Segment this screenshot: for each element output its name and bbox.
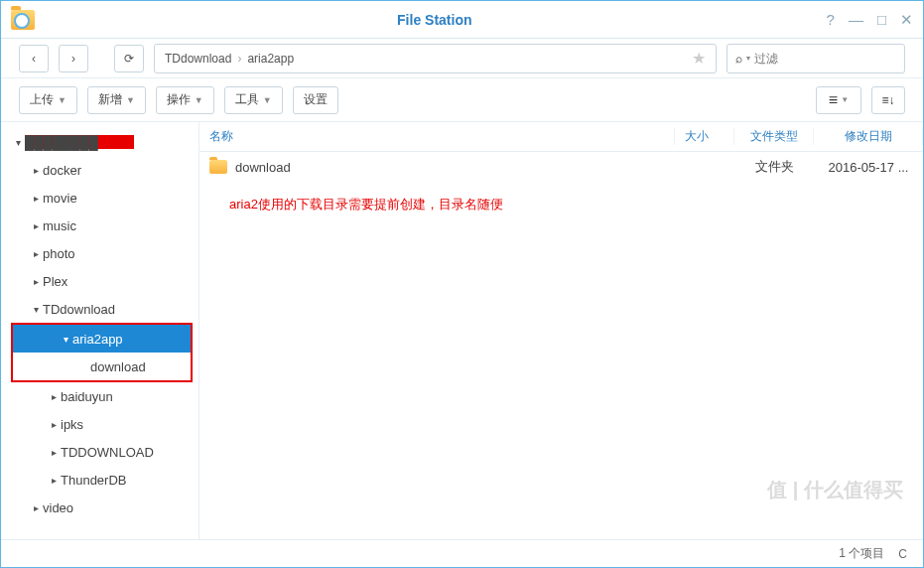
tree-item-label: download <box>90 359 146 374</box>
tree-item-label: movie <box>43 191 77 206</box>
status-bar: 1 个项目 C <box>1 539 923 567</box>
expand-icon[interactable]: ▸ <box>47 419 61 430</box>
breadcrumb-separator: › <box>237 52 241 66</box>
tool-button[interactable]: 工具▼ <box>224 86 283 114</box>
tree-item-label: Plex <box>43 274 67 289</box>
maximize-button[interactable]: □ <box>877 11 886 29</box>
tree-item-label: docker <box>43 163 81 178</box>
chevron-down-icon: ▼ <box>195 95 203 105</box>
chevron-down-icon: ▼ <box>841 95 849 104</box>
tree-item-aria2app[interactable]: ▾aria2app <box>13 325 191 353</box>
sort-button[interactable]: ≡↓ <box>871 86 905 114</box>
filter-input[interactable] <box>754 52 903 66</box>
expand-icon[interactable]: ▸ <box>29 502 43 513</box>
tree-item-thunderdb[interactable]: ▸ThunderDB <box>1 466 198 494</box>
back-button[interactable]: ‹ <box>19 45 49 72</box>
item-count: 1 个项目 <box>839 545 884 562</box>
expand-icon[interactable]: ▸ <box>29 220 43 231</box>
expand-icon[interactable]: ▾ <box>11 137 25 148</box>
tree-item-label: ipks <box>61 417 83 432</box>
column-name[interactable]: 名称 <box>199 128 675 145</box>
app-icon <box>11 10 35 30</box>
search-icon: ⌕ <box>735 52 742 66</box>
tree-item-label: aria2app <box>72 332 123 347</box>
expand-icon[interactable]: ▸ <box>29 248 43 259</box>
expand-icon[interactable]: ▸ <box>29 165 43 176</box>
filter-dropdown-icon[interactable]: ▾ <box>746 54 750 63</box>
refresh-button[interactable]: ⟳ <box>114 45 144 72</box>
tree-item-label: TDdownload <box>43 302 115 317</box>
expand-icon[interactable]: ▸ <box>29 276 43 287</box>
list-icon <box>829 91 838 109</box>
create-button[interactable]: 新增▼ <box>87 86 146 114</box>
file-list-panel: 名称 大小 文件类型 修改日期 download 文件夹 2016-05-17 … <box>199 122 923 539</box>
upload-button[interactable]: 上传▼ <box>19 86 77 114</box>
tree-root[interactable]: ▾ ████████ <box>1 128 198 156</box>
breadcrumb-item[interactable]: TDdownload <box>165 52 231 66</box>
navigation-bar: ‹ › ⟳ TDdownload › aria2app ★ ⌕ ▾ <box>1 39 923 78</box>
minimize-button[interactable]: — <box>849 11 863 29</box>
tree-item-photo[interactable]: ▸photo <box>1 239 198 267</box>
breadcrumb-item[interactable]: aria2app <box>247 52 294 66</box>
refresh-list-button[interactable]: C <box>898 547 907 561</box>
watermark: 值 | 什么值得买 <box>767 477 903 503</box>
tree-item-music[interactable]: ▸music <box>1 212 198 239</box>
tree-item-label: video <box>43 500 73 515</box>
settings-button[interactable]: 设置 <box>293 86 338 114</box>
collapse-icon[interactable]: ▾ <box>59 334 72 345</box>
table-body: download 文件夹 2016-05-17 ... aria2使用的下载目录… <box>199 152 923 539</box>
column-type[interactable]: 文件类型 <box>734 128 814 145</box>
file-date: 2016-05-17 ... <box>814 160 923 175</box>
window-title: File Station <box>43 12 827 28</box>
chevron-down-icon: ▼ <box>58 95 66 105</box>
action-button[interactable]: 操作▼ <box>156 86 214 114</box>
chevron-down-icon: ▼ <box>126 95 135 105</box>
forward-button[interactable]: › <box>59 45 88 72</box>
tree-item-movie[interactable]: ▸movie <box>1 184 198 212</box>
tree-item-label: music <box>43 218 76 233</box>
tree-item-label: ThunderDB <box>61 473 126 488</box>
folder-icon <box>209 160 227 174</box>
breadcrumb[interactable]: TDdownload › aria2app ★ <box>154 44 717 73</box>
tree-item-tddownload[interactable]: ▸TDDOWNLOAD <box>1 438 198 466</box>
collapse-icon[interactable]: ▾ <box>29 304 43 315</box>
column-size[interactable]: 大小 <box>675 128 734 145</box>
file-station-window: File Station ? — □ ✕ ‹ › ⟳ TDdownload › … <box>0 0 924 568</box>
tree-item-label: TDDOWNLOAD <box>61 445 154 460</box>
titlebar: File Station ? — □ ✕ <box>1 1 923 39</box>
close-button[interactable]: ✕ <box>900 11 913 29</box>
tree-item-download[interactable]: download <box>13 353 191 380</box>
tree-item-plex[interactable]: ▸Plex <box>1 267 198 295</box>
annotation-note: aria2使用的下载目录需要提前创建，目录名随便 <box>229 196 923 213</box>
tree-item-tddownload[interactable]: ▾TDdownload <box>1 295 198 323</box>
folder-tree: ▾ ████████ ▸docker▸movie▸music▸photo▸Ple… <box>1 122 199 539</box>
expand-icon[interactable]: ▸ <box>47 391 61 402</box>
redacted-label: ████████ <box>25 135 134 149</box>
file-name: download <box>235 160 675 175</box>
help-button[interactable]: ? <box>827 11 835 29</box>
expand-icon[interactable]: ▸ <box>47 447 61 458</box>
sort-icon: ≡↓ <box>881 93 894 107</box>
file-type: 文件夹 <box>734 158 814 176</box>
tree-item-docker[interactable]: ▸docker <box>1 156 198 184</box>
action-toolbar: 上传▼ 新增▼ 操作▼ 工具▼ 设置 ▼ ≡↓ <box>1 78 923 122</box>
filter-box[interactable]: ⌕ ▾ <box>726 44 905 73</box>
file-row[interactable]: download 文件夹 2016-05-17 ... <box>209 152 923 182</box>
expand-icon[interactable]: ▸ <box>47 475 61 486</box>
tree-item-ipks[interactable]: ▸ipks <box>1 410 198 438</box>
tree-item-label: baiduyun <box>61 389 113 404</box>
tree-item-video[interactable]: ▸video <box>1 494 198 521</box>
main-area: ▾ ████████ ▸docker▸movie▸music▸photo▸Ple… <box>1 122 923 539</box>
table-header: 名称 大小 文件类型 修改日期 <box>199 122 923 152</box>
window-controls: ? — □ ✕ <box>827 11 913 29</box>
chevron-down-icon: ▼ <box>263 95 272 105</box>
expand-icon[interactable]: ▸ <box>29 193 43 204</box>
column-date[interactable]: 修改日期 <box>814 128 923 145</box>
tree-item-baiduyun[interactable]: ▸baiduyun <box>1 382 198 410</box>
tree-item-label: photo <box>43 246 75 261</box>
view-mode-button[interactable]: ▼ <box>816 86 861 114</box>
star-icon[interactable]: ★ <box>692 49 706 68</box>
